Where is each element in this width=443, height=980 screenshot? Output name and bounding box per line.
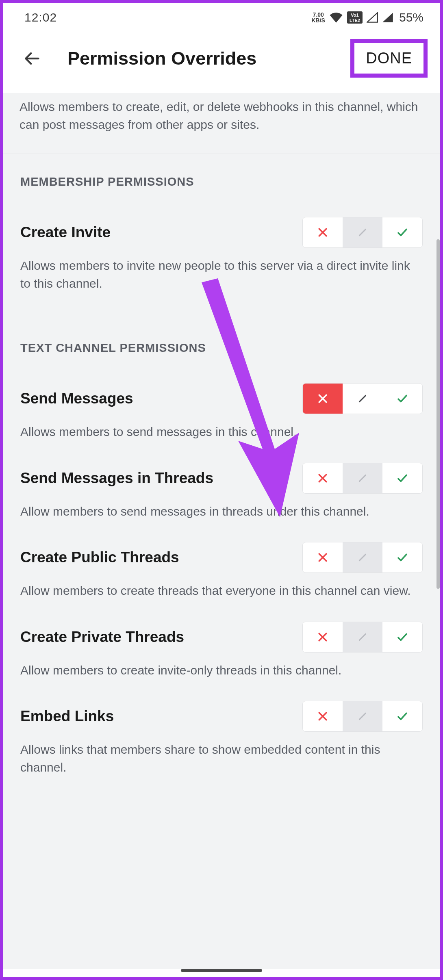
svg-line-21 (360, 713, 366, 720)
toggle-create-public-threads (302, 542, 423, 573)
page-title: Permission Overrides (67, 48, 350, 69)
done-button[interactable]: DONE (350, 39, 428, 78)
perm-desc: Allows members to send messages in this … (20, 423, 423, 441)
perm-title: Create Private Threads (20, 629, 184, 646)
toggle-create-invite (302, 217, 423, 248)
toggle-create-private-threads (302, 622, 423, 653)
toggle-deny[interactable] (303, 384, 343, 414)
status-right: 7.00 KB/S Vo1LTE2 55% (312, 11, 424, 24)
back-button[interactable] (20, 46, 44, 71)
toggle-deny[interactable] (303, 463, 343, 493)
section-membership-permissions: MEMBERSHIP PERMISSIONS (3, 154, 440, 200)
status-time: 12:02 (24, 11, 57, 24)
toggle-allow[interactable] (382, 542, 422, 572)
toggle-deny[interactable] (303, 217, 343, 247)
toggle-allow[interactable] (382, 463, 422, 493)
svg-line-15 (360, 555, 366, 561)
perm-desc: Allow members to send messages in thread… (20, 503, 423, 520)
toggle-neutral[interactable] (343, 701, 382, 731)
toggle-neutral[interactable] (343, 217, 382, 247)
toggle-deny[interactable] (303, 701, 343, 731)
toggle-neutral[interactable] (343, 622, 382, 652)
battery-level: 55% (399, 11, 423, 24)
perm-title: Create Invite (20, 224, 111, 241)
toggle-allow[interactable] (382, 701, 422, 731)
perm-send-messages-threads: Send Messages in Threads Allow members t… (3, 451, 440, 530)
svg-line-9 (360, 396, 366, 402)
toggle-neutral[interactable] (343, 384, 382, 414)
toggle-allow[interactable] (382, 622, 422, 652)
perm-desc: Allow members to create invite-only thre… (20, 661, 423, 679)
toggle-allow[interactable] (382, 217, 422, 247)
section-text-channel-permissions: TEXT CHANNEL PERMISSIONS (3, 320, 440, 366)
svg-text:Vo1: Vo1 (351, 13, 358, 17)
toggle-send-messages-threads (302, 463, 423, 494)
home-indicator[interactable] (181, 969, 262, 972)
perm-desc: Allows members to invite new people to t… (20, 257, 423, 292)
volte-icon: Vo1LTE2 (347, 11, 363, 24)
perm-title: Embed Links (20, 708, 114, 725)
perm-desc: Allow members to create threads that eve… (20, 582, 423, 600)
perm-send-messages: Send Messages Allows members to send mes… (3, 366, 440, 451)
signal-icon-1 (367, 12, 378, 23)
toggle-allow[interactable] (382, 384, 422, 414)
toggle-neutral[interactable] (343, 542, 382, 572)
webhooks-description: Allows members to create, edit, or delet… (3, 93, 440, 154)
network-speed: 7.00 KB/S (312, 12, 325, 23)
signal-icon-2 (382, 12, 393, 23)
scroll-indicator[interactable] (436, 239, 440, 589)
perm-create-public-threads: Create Public Threads Allow members to c… (3, 530, 440, 609)
perm-title: Create Public Threads (20, 549, 179, 566)
toggle-send-messages (302, 383, 423, 414)
wifi-icon (329, 12, 343, 23)
perm-desc: Allows links that members share to show … (20, 741, 423, 776)
svg-line-6 (360, 230, 366, 236)
app-header: Permission Overrides DONE (3, 28, 440, 93)
status-bar: 12:02 7.00 KB/S Vo1LTE2 55% (3, 3, 440, 28)
svg-line-12 (360, 475, 366, 481)
toggle-neutral[interactable] (343, 463, 382, 493)
toggle-embed-links (302, 701, 423, 732)
content-scroll[interactable]: Allows members to create, edit, or delet… (3, 93, 440, 969)
perm-create-private-threads: Create Private Threads Allow members to … (3, 609, 440, 689)
perm-title: Send Messages (20, 390, 133, 407)
svg-line-18 (360, 634, 366, 640)
toggle-deny[interactable] (303, 542, 343, 572)
perm-title: Send Messages in Threads (20, 470, 213, 487)
svg-text:LTE2: LTE2 (350, 18, 360, 23)
perm-embed-links: Embed Links Allows links that members sh… (3, 689, 440, 786)
toggle-deny[interactable] (303, 622, 343, 652)
perm-create-invite: Create Invite Allows members to invite n… (3, 200, 440, 302)
